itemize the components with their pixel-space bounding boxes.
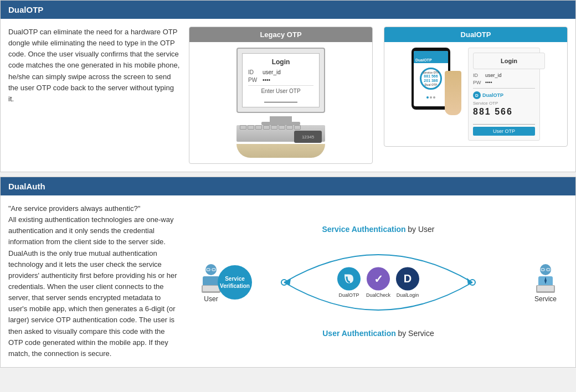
phone-wrapper: DualOTP Service OTP 881 566 201 386 Dua	[412, 48, 461, 110]
user-auth-by: by Service	[398, 329, 434, 338]
dualcheck-icon: ✓	[367, 267, 390, 290]
dualotp-icon	[337, 267, 361, 290]
keyboard: 12345	[236, 125, 325, 142]
svg-point-10	[540, 264, 551, 275]
login-panel: Login ID user_id PW ••••	[468, 48, 540, 141]
phone-app-name: DualOTP	[415, 58, 432, 62]
dual-logo-icon: D	[473, 91, 481, 99]
phone-app-bar: DualOTP	[414, 56, 448, 63]
dualotp-product-name: DualOTP	[338, 292, 359, 297]
service-otp-value: 881 566	[473, 107, 535, 117]
phone-header-bar	[414, 51, 448, 56]
service-column: Service	[523, 262, 568, 303]
svg-rect-5	[203, 286, 219, 291]
monitor-stand	[270, 116, 292, 122]
dual-otp-logo: D DualOTP	[473, 91, 535, 99]
dualauth-body: "Are service providers always authentic?…	[1, 195, 575, 367]
hands-area	[236, 144, 325, 158]
dualotp-header: DualOTP	[1, 1, 575, 19]
dual-otp-sm: Dual OTP	[425, 83, 438, 86]
id-label: ID	[248, 69, 260, 75]
dualauth-description: "Are service providers always authentic?…	[8, 203, 180, 359]
pw-label: PW	[248, 77, 260, 83]
pw-value: ••••	[263, 77, 270, 83]
service-auth-label: Service Authentication	[322, 225, 405, 234]
user-label: User	[204, 295, 218, 303]
auth-diagram: Service Authentication by User	[189, 219, 568, 343]
monitor: Login ID user_id PW ••••	[236, 48, 325, 113]
dualotp-section: DualOTP DualOTP can eliminate the need f…	[0, 0, 576, 172]
login-pw-row: PW ••••	[248, 77, 313, 83]
service-verify-bubble: ServiceVerification	[218, 265, 252, 300]
key	[271, 125, 277, 130]
panel-title: Login	[473, 53, 545, 69]
auth-middle-row: User ServiceVerification	[189, 238, 568, 327]
phone-dot-1	[426, 96, 429, 99]
service-verify-text: ServiceVerification	[220, 275, 250, 290]
key	[286, 125, 293, 130]
dual-logo-text: DualOTP	[482, 92, 503, 98]
otp-diagram: Legacy OTP Login ID user_	[189, 27, 568, 164]
login-form: Login ID user_id PW ••••	[248, 58, 313, 102]
dualcheck-product-name: DualCheck	[366, 292, 390, 297]
product-dualcheck: ✓ DualCheck	[366, 267, 390, 297]
dualauth-desc-text: "Are service providers always authentic?…	[8, 204, 177, 358]
service-auth-label-container: Service Authentication by User	[189, 225, 568, 234]
key	[240, 125, 246, 130]
legacy-mockup: Login ID user_id PW ••••	[236, 48, 325, 158]
dualotp-description: DualOTP can eliminate the need for a har…	[8, 27, 180, 164]
phone-content: Service OTP 881 566 201 386 Dual OTP	[414, 63, 448, 94]
key	[255, 125, 262, 130]
panel-id-label: ID	[473, 73, 483, 78]
dual-mockup: DualOTP Service OTP 881 566 201 386 Dua	[412, 48, 540, 141]
legacy-otp-box: Legacy OTP Login ID user_	[189, 27, 373, 164]
product-duallogin: D DualLogin	[396, 267, 419, 297]
dual-body: DualOTP Service OTP 881 566 201 386 Dua	[384, 42, 567, 146]
login-title: Login	[248, 58, 313, 66]
legacy-body: Login ID user_id PW ••••	[189, 42, 372, 163]
panel-pw-row: PW ••••	[473, 80, 535, 85]
service-person-icon	[532, 262, 559, 295]
key	[279, 125, 285, 130]
otp-circle: Service OTP 881 566 201 386 Dual OTP	[420, 68, 442, 90]
duallogin-product-name: DualLogin	[397, 292, 419, 297]
svg-rect-16	[537, 286, 554, 291]
phone-dot-3	[433, 96, 435, 99]
phone-screen: DualOTP Service OTP 881 566 201 386 Dua	[414, 51, 448, 106]
dual-header: DualOTP	[384, 27, 567, 42]
login-id-row: ID user_id	[248, 69, 313, 75]
panel-pw-value: ••••	[485, 80, 492, 85]
service-label: Service	[534, 295, 557, 303]
product-dualotp: DualOTP	[337, 267, 361, 297]
service-otp-label: Service OTP	[473, 101, 535, 106]
id-value: user_id	[263, 69, 281, 75]
otp-dongle: 12345	[294, 131, 322, 143]
otp-val2: 201 386	[424, 79, 438, 83]
divider	[473, 88, 535, 89]
user-auth-label: User Authentication	[322, 329, 396, 338]
phone-dots	[414, 96, 448, 99]
dualauth-section: DualAuth "Are service providers always a…	[0, 177, 576, 368]
center-product-icons: DualOTP ✓ DualCheck D DualLogin	[337, 267, 419, 297]
otp-input-line	[264, 96, 297, 102]
legacy-header: Legacy OTP	[189, 27, 372, 42]
panel-pw-label: PW	[473, 80, 483, 85]
duallogin-icon: D	[396, 267, 419, 290]
hand-graphic	[445, 71, 461, 115]
panel-id-row: ID user_id	[473, 73, 535, 78]
svg-point-0	[205, 264, 217, 275]
key	[294, 125, 301, 130]
user-otp-btn: User OTP	[473, 127, 535, 136]
dualauth-visual: Service Authentication by User	[189, 203, 568, 359]
key	[263, 125, 270, 130]
dualotp-box: DualOTP DualOTP	[384, 27, 568, 147]
dualotp-body: DualOTP can eliminate the need for a har…	[1, 19, 575, 172]
otp-val1: 881 566	[424, 74, 438, 79]
user-auth-label-container: User Authentication by Service	[189, 329, 568, 338]
monitor-screen: Login ID user_id PW ••••	[242, 53, 320, 107]
enter-otp: Enter User OTP	[248, 85, 313, 94]
input-underline	[473, 119, 535, 125]
service-auth-by: by User	[408, 225, 434, 234]
key	[248, 125, 254, 130]
ellipse-area: ServiceVerification	[233, 238, 523, 327]
